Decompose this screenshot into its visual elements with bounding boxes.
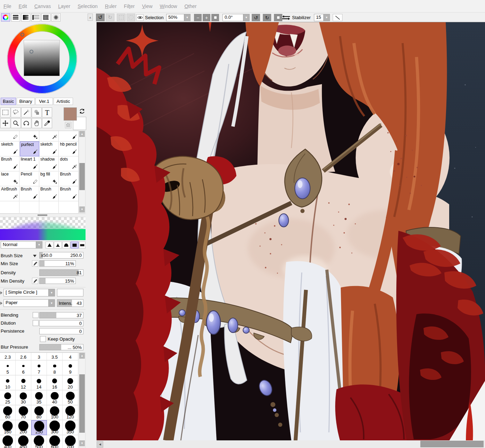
hand-tool[interactable] [32,118,42,128]
size-50[interactable]: 50 [63,390,78,405]
brush-grid-scrollbar[interactable]: ▲ ▼ [79,131,86,213]
move-tool[interactable] [0,118,10,128]
dropdown-arrow-icon[interactable]: ▼ [36,242,42,248]
dropdown-arrow-icon[interactable]: ▼ [48,300,55,307]
flip-horizontal-icon[interactable] [282,15,290,20]
edge-shape-square[interactable] [71,242,79,249]
menu-layer[interactable]: Layer [58,3,70,9]
size-2.6[interactable]: 2.6 [16,353,31,360]
brush-brush[interactable]: Brush [20,186,39,201]
brush-empty-slot[interactable] [59,201,79,213]
size-600[interactable]: 600 [47,435,63,448]
size-700[interactable]: 700 [63,435,78,448]
brush-hb-pencil[interactable]: hb pencil [59,141,79,156]
dilution-slider[interactable]: 0 [39,320,83,326]
brush-shape-select[interactable]: [ Simple Circle ] ▼ [3,289,55,296]
edge-shape-flat[interactable] [79,242,86,249]
size-35[interactable]: 35 [31,390,47,405]
size-40[interactable]: 40 [47,390,63,405]
rotation-reset-button[interactable] [274,14,282,21]
menu-file[interactable]: File [3,3,11,9]
menu-other[interactable]: Other [184,3,196,9]
size-20[interactable]: 20 [63,375,78,390]
rgb-slider-panel-button[interactable] [11,13,20,22]
panel-splitter[interactable] [0,213,86,217]
brush-airbrush[interactable]: AirBrush [0,186,19,201]
canvas-viewport[interactable] [96,22,485,441]
min-size-slider[interactable]: 11% [39,260,76,267]
transform-selection-button[interactable] [117,14,126,21]
eyedropper-tool[interactable] [42,118,52,128]
keep-opacity-checkbox[interactable] [40,336,46,342]
brush-empty-slot[interactable] [20,201,39,213]
scroll-up-arrow[interactable]: ▲ [79,353,85,359]
scrollbar-thumb[interactable] [79,374,85,433]
rotate-cw-button[interactable]: ↻ [263,14,271,21]
expand-arrow-icon[interactable] [0,302,2,305]
collapse-toolbar-button[interactable]: ▲ [88,14,93,21]
rect-select-tool[interactable] [0,107,10,117]
scroll-down-arrow[interactable]: ▼ [79,206,85,212]
tab-binary[interactable]: Binary [17,98,35,105]
min-density-slider[interactable]: 15% [39,278,76,284]
magic-wand-tool[interactable] [21,107,31,117]
scroll-left-arrow[interactable]: ◀ [97,441,103,448]
scroll-down-arrow[interactable]: ▼ [79,440,85,446]
dropdown-arrow-icon[interactable]: ▼ [184,14,190,21]
color-mixer-panel-button[interactable] [31,13,40,22]
size-3[interactable]: 3 [31,353,47,360]
selection-visibility-button[interactable] [136,14,144,21]
deselect-button[interactable] [127,14,135,21]
blending-checkbox[interactable] [33,312,39,318]
menu-selection[interactable]: Selection [78,3,98,9]
zoom-level-select[interactable]: 50% ▼ [166,14,191,21]
size-300[interactable]: 300 [47,420,63,435]
size-160[interactable]: 160 [0,420,16,435]
texture-select[interactable]: Paper ▼ [3,299,55,307]
size-14[interactable]: 14 [31,375,47,390]
rotation-angle-select[interactable]: 0.0° ▼ [223,14,250,21]
brush-marker[interactable]: Marker [0,131,19,141]
scratchpad-panel-button[interactable] [51,13,60,22]
min-density-pressure-button[interactable] [32,278,38,284]
scrollbar-thumb[interactable] [79,163,85,190]
swap-colors-icon[interactable] [79,108,86,115]
stabilizer-select[interactable]: 15 ▼ [314,14,330,21]
density-slider[interactable]: 81 [39,269,83,276]
edge-shape-curve[interactable] [54,242,62,249]
brush-airbrush[interactable]: AirBrush [39,131,59,141]
size-3.5[interactable]: 3.5 [47,353,63,360]
brush-pencil[interactable]: Pencil [20,171,39,186]
tab-artistic[interactable]: Artistic [54,98,73,105]
size-100[interactable]: 100 [47,405,63,420]
zoom-out-button[interactable]: − [194,14,202,21]
size-350[interactable]: 350 [63,420,78,435]
size-500[interactable]: 500 [31,435,47,448]
undo-button[interactable]: ↺ [96,14,105,21]
menu-filter[interactable]: Filter [124,3,135,9]
swatches-panel-button[interactable] [41,13,50,22]
brush-bg-fill[interactable]: bg fill [39,171,59,186]
lasso-tool[interactable] [11,107,21,117]
size-2.3[interactable]: 2.3 [0,353,16,360]
brush-empty-slot[interactable] [39,201,59,213]
brush-brush[interactable]: Brush [39,186,59,201]
brush-size-slider[interactable]: x50.0 250.0 [39,252,83,259]
dropdown-arrow-icon[interactable]: ▼ [323,14,330,21]
size-4[interactable]: 4 [63,353,78,360]
menu-view[interactable]: View [142,3,152,9]
hue-marker[interactable] [21,33,24,36]
zoom-tool[interactable] [11,118,21,128]
shape-move-tool[interactable] [32,107,42,117]
sv-marker[interactable] [30,50,33,54]
size-400[interactable]: 400 [0,435,16,448]
blur-pressure-slider[interactable]: ... 50% [39,344,83,350]
brush-lineart-1[interactable]: lineart 1 [20,156,39,171]
rotate-ccw-button[interactable]: ↺ [252,14,260,21]
rotate-view-tool[interactable] [21,118,31,128]
tab-ver1[interactable]: Ver.1 [35,98,53,105]
transparent-color-button[interactable] [65,122,71,128]
size-60[interactable]: 60 [0,405,16,420]
scrollbar-thumb[interactable] [420,441,484,447]
size-8[interactable]: 8 [47,360,63,375]
